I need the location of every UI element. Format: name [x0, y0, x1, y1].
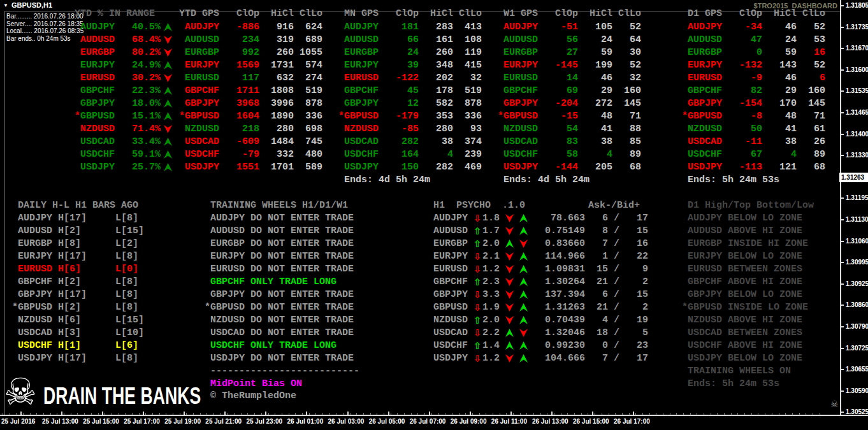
ytd-percent: 18.0%: [115, 98, 161, 109]
low-bars-ago: L[15]: [115, 315, 144, 326]
star-marker: [75, 73, 80, 83]
time-minor-tick: [77, 413, 78, 415]
pair-name: AUDUSD: [433, 226, 474, 236]
clop-value: 1604: [219, 111, 259, 122]
zone-row-AUDJPY: AUDJPY BELOW LO ZONE: [682, 212, 802, 225]
pair-price: 1.32046: [528, 327, 585, 338]
clop-value: -113: [722, 162, 762, 173]
high-bars-ago: H[3]: [58, 327, 115, 338]
time-tick-label: 26 Jul 07:00: [410, 418, 446, 425]
time-tick-label: 26 Jul 09:00: [451, 418, 487, 425]
hicl-value: 29: [578, 85, 612, 96]
time-tick-label: 25 Jul 21:00: [205, 418, 242, 425]
pair-name: GBPUSD: [433, 302, 474, 313]
clop-value: 12: [379, 98, 419, 109]
ytd-percent: 33.4%: [115, 136, 161, 147]
hicl-value: 4: [419, 149, 453, 160]
gps-row-USDCHF: USDCHF 164 4 239: [338, 148, 482, 161]
section-header: Ask-/Bid+: [588, 200, 640, 211]
pair-price: 1.30264: [528, 276, 585, 287]
pair-name: GBPCHF: [682, 85, 722, 96]
time-tick: [510, 412, 512, 415]
pair-price: 0.70439: [528, 315, 585, 326]
time-minor-tick: [302, 413, 303, 415]
time-minor-tick: [84, 413, 85, 415]
time-minor-tick: [806, 413, 806, 415]
high-bars-ago: H[2]: [58, 226, 115, 236]
slash: /: [608, 251, 625, 262]
ytd-percent: 25.7%: [115, 162, 161, 173]
gps-row-EURJPY: EURJPY 39 348 415: [338, 59, 482, 72]
arrow-up-icon: [519, 214, 528, 222]
gps-row-USDCAD: USDCAD -609 1484 745: [179, 136, 322, 148]
hicl-value: 121: [762, 162, 797, 173]
gps-row-EURJPY: EURJPY 1569 1731 574: [179, 59, 322, 72]
pair-name: *GBPUSD: [205, 302, 250, 313]
pair-name: AUDUSD: [498, 34, 538, 45]
training-row-EURGBP: EURGBP DO NOT ENTER TRADE: [205, 238, 354, 250]
time-axis-separator: [0, 415, 868, 416]
pair-name: USDCAD: [12, 327, 58, 338]
clop-value: 56: [538, 34, 578, 45]
clop-value: -886: [219, 22, 259, 32]
time-minor-tick: [384, 413, 384, 415]
time-minor-tick: [343, 413, 344, 415]
gps-row-AUDJPY: AUDJPY -34 46 52: [682, 21, 825, 34]
high-bars-ago: H[2]: [58, 276, 115, 287]
ytd-row-USDCHF: USDCHF 59.1%: [75, 148, 172, 161]
slash: /: [608, 213, 625, 224]
pair-name: USDJPY: [682, 162, 722, 173]
arrow-up-icon: [164, 112, 172, 120]
time-tick-label: 26 Jul 13:00: [532, 418, 568, 425]
text: [500, 302, 505, 313]
hicl-value: 48: [578, 111, 612, 122]
time-minor-tick: [751, 413, 752, 415]
ytd-percent: 59.1%: [115, 149, 161, 160]
time-tick: [470, 412, 471, 415]
time-minor-tick: [309, 413, 310, 415]
cllo-value: 160: [612, 85, 641, 96]
slash: /: [608, 289, 625, 300]
pair-price: 0.99230: [528, 340, 585, 351]
pair-name: EURJPY: [498, 60, 538, 71]
hicl-value: 38: [578, 136, 612, 147]
time-minor-tick: [697, 413, 697, 415]
price-tick-label: 1.31805: [846, 2, 868, 9]
hicl-value: 1731: [259, 60, 294, 71]
time-minor-tick: [98, 413, 99, 415]
zone-row-USDCHF: USDCHF ABOVE HI ZONE: [682, 340, 802, 352]
arrow-down-icon: [505, 316, 514, 324]
ask-count: 4: [585, 315, 608, 326]
time-minor-tick: [711, 413, 711, 415]
time-minor-tick: [186, 413, 187, 415]
pair-price: 1.31263: [528, 302, 585, 313]
text: [514, 315, 519, 326]
cllo-value: 374: [453, 136, 482, 147]
pair-name: EURUSD: [338, 73, 379, 83]
mini-skull-icon: ☠: [830, 399, 839, 408]
arrow-up-icon: [164, 61, 172, 69]
cllo-value: 336: [453, 111, 482, 122]
gps-row-USDJPY: USDJPY 1551 1701 589: [179, 161, 322, 174]
ytd-percent: 68.4%: [115, 34, 161, 45]
hicl-value: 41: [762, 124, 797, 134]
clop-value: -34: [722, 22, 762, 32]
pair-name: EURUSD: [682, 264, 728, 275]
gps-row-AUDJPY: AUDJPY -51 105 52: [498, 21, 641, 34]
chevron-down-icon[interactable]: ▼: [3, 3, 8, 8]
pair-price: 78.663: [528, 213, 585, 224]
chart-title: ▼GBPUSD,H1: [3, 1, 52, 9]
zone-row-GBPCHF: GBPCHF ABOVE HI ZONE: [682, 276, 802, 289]
time-tick-label: 26 Jul 01:00: [287, 418, 323, 425]
bid-count: 16: [625, 238, 648, 249]
daily-row-USDJPY: USDJPY H[17] L[8]: [12, 352, 138, 365]
time-minor-tick: [642, 413, 643, 415]
gps-row-AUDUSD: AUDUSD 234 319 689: [179, 34, 322, 47]
arrow-up-icon: [164, 163, 172, 171]
cllo-value: 16: [797, 47, 825, 58]
daily-row-USDCAD: USDCAD H[3] L[10]: [12, 327, 144, 340]
gps-header-YTD-GPS: YTD GPS ClOp HiCl ClLo: [179, 8, 322, 20]
psycho-value: 2.1: [482, 251, 500, 262]
cllo-value: 68: [612, 162, 641, 173]
clop-value: 1711: [219, 85, 259, 96]
